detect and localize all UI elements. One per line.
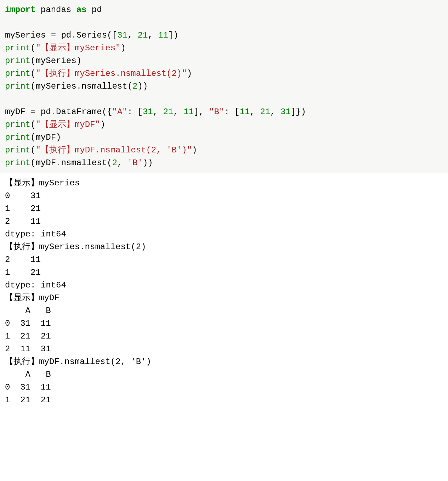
output-line: dtype: int64 <box>5 229 66 239</box>
code-text: : [ <box>224 107 239 117</box>
code-operator: = <box>30 107 35 117</box>
code-text: (myDF <box>30 158 56 168</box>
output-line: 1 21 <box>5 268 41 277</box>
code-text: Series([ <box>76 30 117 40</box>
code-string: "【执行】mySeries.nsmallest(2)" <box>35 69 187 78</box>
output-line: 【执行】myDF.nsmallest(2, 'B') <box>5 357 151 367</box>
code-string: "【执行】myDF.nsmallest(2, 'B')" <box>35 145 192 155</box>
code-text: , <box>148 30 158 40</box>
code-function: print <box>5 158 30 168</box>
code-number: 11 <box>240 107 250 117</box>
output-line: 1 21 21 <box>5 395 51 405</box>
code-string: "【显示】mySeries" <box>35 43 120 53</box>
output-line: 0 31 11 <box>5 319 51 328</box>
code-text: pd <box>56 30 71 40</box>
code-text: ) <box>187 69 192 78</box>
code-operator: = <box>51 30 56 40</box>
code-number: 11 <box>158 30 168 40</box>
code-function: print <box>5 43 30 53</box>
code-number: 2 <box>112 158 117 168</box>
code-text: ( <box>30 120 35 129</box>
code-function: print <box>5 56 30 66</box>
code-number: 11 <box>183 107 194 117</box>
code-operator: . <box>76 82 81 91</box>
code-text: )) <box>143 158 153 168</box>
code-operator: . <box>51 107 56 117</box>
code-number: 31 <box>280 107 291 117</box>
output-line: A B <box>5 370 51 379</box>
code-text: pd <box>86 5 102 15</box>
code-text: ]) <box>168 30 178 40</box>
code-text: , <box>173 107 183 117</box>
code-keyword: import <box>5 5 35 15</box>
output-line: 【显示】myDF <box>5 293 59 303</box>
output-line: 2 11 <box>5 217 41 226</box>
output-line: 0 31 11 <box>5 382 51 392</box>
code-text: ) <box>100 120 105 129</box>
code-operator: . <box>71 30 76 40</box>
code-text: , <box>270 107 280 117</box>
output-line: dtype: int64 <box>5 280 66 290</box>
code-text: pandas <box>35 5 76 15</box>
code-text: (mySeries <box>30 82 76 91</box>
output-line: 1 21 <box>5 204 41 213</box>
code-text: nsmallest( <box>81 82 132 91</box>
output-line: A B <box>5 306 51 315</box>
code-function: print <box>5 145 30 155</box>
output-line: 1 21 21 <box>5 331 51 341</box>
code-text: : [ <box>127 107 143 117</box>
code-operator: . <box>56 158 61 168</box>
code-text: DataFrame({ <box>56 107 112 117</box>
code-text: ( <box>30 145 35 155</box>
code-number: 21 <box>163 107 174 117</box>
code-number: 2 <box>132 82 137 91</box>
code-cell: import pandas as pd mySeries = pd.Series… <box>0 0 448 173</box>
code-text: (myDF) <box>30 133 61 142</box>
code-text: ) <box>120 43 125 53</box>
code-function: print <box>5 120 30 129</box>
code-text: ]}) <box>291 107 306 117</box>
code-function: print <box>5 69 30 78</box>
output-line: 2 11 31 <box>5 344 51 354</box>
code-text: , <box>250 107 260 117</box>
output-line: 【显示】mySeries <box>5 178 80 188</box>
code-string: 'B' <box>127 158 143 168</box>
code-text: nsmallest( <box>61 158 112 168</box>
code-text: , <box>153 107 163 117</box>
code-text: myDF <box>5 107 30 117</box>
code-text: ) <box>192 145 197 155</box>
code-text: (mySeries) <box>30 56 81 66</box>
code-text: mySeries <box>5 30 51 40</box>
output-line: 【执行】mySeries.nsmallest(2) <box>5 242 146 252</box>
code-number: 21 <box>138 30 148 40</box>
code-string: "【显示】myDF" <box>35 120 100 129</box>
code-text: , <box>117 158 127 168</box>
code-text: ], <box>194 107 209 117</box>
code-number: 21 <box>260 107 270 117</box>
code-text: , <box>127 30 138 40</box>
code-string: "B" <box>209 107 224 117</box>
output-line: 0 31 <box>5 191 41 201</box>
code-number: 31 <box>117 30 127 40</box>
code-keyword: as <box>76 5 87 15</box>
output-cell: 【显示】mySeries 0 31 1 21 2 11 dtype: int64… <box>0 173 448 410</box>
output-line: 2 11 <box>5 255 41 264</box>
code-function: print <box>5 133 30 142</box>
code-string: "A" <box>112 107 127 117</box>
code-function: print <box>5 82 30 91</box>
code-text: ( <box>30 43 35 53</box>
code-text: ( <box>30 69 35 78</box>
code-number: 31 <box>143 107 153 117</box>
code-text: pd <box>35 107 51 117</box>
code-text: )) <box>137 82 148 91</box>
